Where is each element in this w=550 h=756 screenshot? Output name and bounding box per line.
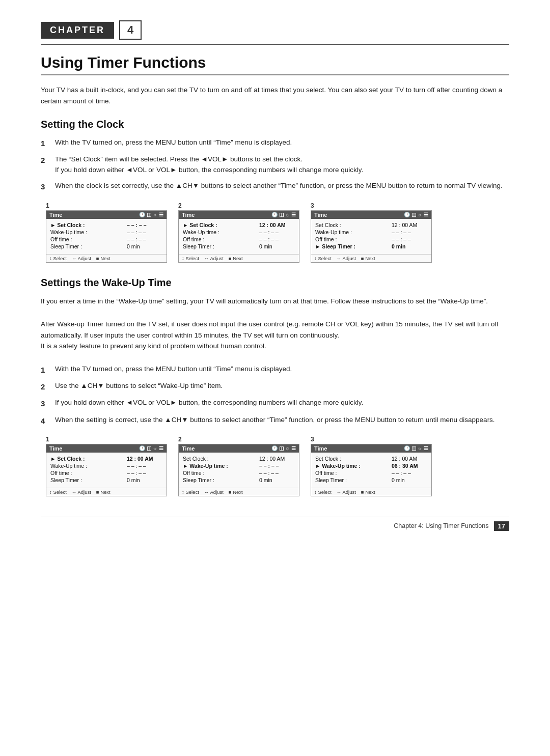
step-number: 1 [41, 364, 52, 376]
step-number: 1 [41, 137, 52, 149]
tv-footer-item: ■ Next [229, 256, 243, 261]
tv-menu-row: ► Wake-Up time :– – : – – [183, 462, 295, 469]
tv-row-value: – – : – – [259, 463, 295, 469]
tv-row-label: Wake-Up time : [315, 229, 359, 235]
tv-row-label: Set Clock : [183, 456, 226, 462]
clock-icon: 🕐 [139, 212, 145, 217]
tv-row-value: – – : – – [392, 470, 427, 476]
tv-row-value: 0 min [392, 243, 427, 249]
section2-screens: 1Time🕐 ◫ ☼ ☰► Set Clock :12 : 00 AMWake-… [46, 436, 509, 496]
page-title: Using Timer Functions [41, 54, 509, 75]
tv-screen: Time🕐 ◫ ☼ ☰Set Clock :12 : 00 AM► Wake-U… [178, 444, 299, 496]
tv-menu-row: Off time :– – : – – [315, 236, 427, 243]
tv-menu-row: ► Set Clock :12 : 00 AM [183, 221, 295, 229]
tv-menu-footer: ↕ Select↔ Adjust■ Next [311, 254, 431, 262]
tv-footer-item: ↕ Select [182, 489, 199, 495]
section2-intro2: After Wake-up Timer turned on the TV set… [41, 319, 509, 352]
section1-screens: 1Time🕐 ◫ ☼ ☰► Set Clock :– – : – –Wake-U… [46, 202, 509, 263]
step-2-3: 3 If you hold down either ◄VOL or VOL► b… [41, 398, 509, 409]
tv-menu-title: Time [314, 212, 327, 218]
antenna-icon: ☼ [285, 212, 290, 217]
tv-footer-item: ↔ Adjust [337, 256, 356, 261]
tv-menu-footer: ↕ Select↔ Adjust■ Next [46, 254, 167, 262]
tv-menu-row: Sleep Timer :0 min [183, 243, 295, 250]
tv-menu-row: Wake-Up time :– – : – – [50, 462, 162, 469]
tv-row-label: Set Clock : [315, 222, 359, 228]
tv-menu-footer: ↕ Select↔ Adjust■ Next [311, 488, 431, 496]
menu-icon: ☰ [424, 445, 428, 451]
tv-menu-row: Off time :– – : – – [50, 469, 162, 477]
tv-menu-footer: ↕ Select↔ Adjust■ Next [179, 254, 299, 262]
tv-row-label: ► Set Clock : [183, 222, 226, 228]
tv-row-value: – – : – – [127, 236, 162, 242]
chapter-header: CHAPTER 4 [41, 20, 509, 40]
tv-screen-wrap: 1Time🕐 ◫ ☼ ☰► Set Clock :– – : – –Wake-U… [46, 202, 167, 263]
step-number: 2 [41, 381, 52, 393]
tv-menu-body: ► Set Clock :– – : – –Wake-Up time :– – … [46, 219, 167, 252]
tv-row-value: – – : – – [127, 222, 162, 228]
tv-menu-title: Time [49, 212, 62, 218]
page-footer: Chapter 4: Using Timer Functions 17 [41, 517, 509, 531]
tv-footer-item: ■ Next [361, 489, 375, 495]
tv-menu-body: Set Clock :12 : 00 AM► Wake-Up time :06 … [311, 453, 431, 486]
chapter-label: CHAPTER [41, 22, 114, 39]
step-number: 2 [41, 154, 52, 166]
tv-row-label: Off time : [183, 470, 226, 476]
tv-screen: Time🕐 ◫ ☼ ☰► Set Clock :– – : – –Wake-Up… [46, 210, 167, 263]
tv-row-value: 12 : 00 AM [259, 456, 295, 462]
menu-icon: ☰ [291, 445, 296, 451]
tv-screen-wrap: 2Time🕐 ◫ ☼ ☰► Set Clock :12 : 00 AMWake-… [178, 202, 299, 263]
tv-footer-item: ■ Next [96, 489, 111, 495]
step-number: 3 [41, 398, 52, 409]
tv-menu-row: Sleep Timer :0 min [50, 477, 162, 484]
tv-row-value: 12 : 00 AM [127, 456, 162, 462]
tv-row-value: 0 min [392, 477, 427, 483]
tv-menu-icons: 🕐 ◫ ☼ ☰ [404, 445, 428, 451]
section-wakeup: Settings the Wake-Up Time If you enter a… [41, 277, 509, 496]
tv-footer-item: ↔ Adjust [72, 256, 91, 261]
tv-menu-footer: ↕ Select↔ Adjust■ Next [46, 488, 167, 496]
tv-row-label: Wake-Up time : [50, 229, 94, 235]
step-1-1: 1 With the TV turned on, press the MENU … [41, 137, 509, 149]
tv-row-value: – – : – – [259, 229, 295, 235]
tv-row-label: Sleep Timer : [315, 477, 359, 483]
tv-row-value: 06 : 30 AM [392, 463, 427, 469]
tv-footer-item: ↕ Select [49, 489, 67, 495]
tv-row-label: Sleep Timer : [183, 243, 226, 249]
step-1-3: 3 When the clock is set correctly, use t… [41, 181, 509, 192]
tv-row-label: Wake-Up time : [50, 463, 94, 469]
tv-screen-wrap: 3Time🕐 ◫ ☼ ☰Set Clock :12 : 00 AM► Wake-… [311, 436, 432, 496]
tv-screen: Time🕐 ◫ ☼ ☰► Set Clock :12 : 00 AMWake-U… [46, 444, 167, 496]
tv-menu-row: ► Set Clock :– – : – – [50, 221, 162, 229]
step-sub: If you hold down either ◄VOL or VOL► but… [55, 165, 509, 176]
tv-row-value: 0 min [127, 477, 162, 483]
tv-screen-wrap: 2Time🕐 ◫ ☼ ☰Set Clock :12 : 00 AM► Wake-… [178, 436, 299, 496]
tv-row-value: – – : – – [392, 236, 427, 242]
tv-row-label: Wake-Up time : [183, 229, 226, 235]
tv-menu-title: Time [49, 445, 62, 452]
tv-menu-icons: 🕐 ◫ ☼ ☰ [271, 445, 296, 451]
grid-icon: ◫ [279, 212, 284, 217]
step-number: 3 [41, 181, 52, 192]
tv-footer-item: ↕ Select [49, 256, 67, 261]
tv-row-value: 0 min [259, 243, 295, 249]
page-number: 17 [494, 521, 509, 531]
tv-menu-icons: 🕐 ◫ ☼ ☰ [404, 212, 428, 217]
tv-row-label: ► Wake-Up time : [183, 463, 228, 469]
step-1-2: 2 The “Set Clock” item will be selected.… [41, 154, 509, 176]
step-text: When the setting is correct, use the ▲CH… [55, 415, 509, 426]
step-text: Use the ▲CH▼ buttons to select “Wake-Up … [55, 381, 509, 391]
tv-menu-body: Set Clock :12 : 00 AM► Wake-Up time :– –… [179, 453, 299, 486]
tv-screen-wrap: 1Time🕐 ◫ ☼ ☰► Set Clock :12 : 00 AMWake-… [46, 436, 167, 496]
step-2-2: 2 Use the ▲CH▼ buttons to select “Wake-U… [41, 381, 509, 393]
tv-menu-body: Set Clock :12 : 00 AMWake-Up time :– – :… [311, 219, 431, 252]
step-text: With the TV turned on, press the MENU bu… [55, 364, 509, 375]
tv-menu-icons: 🕐 ◫ ☼ ☰ [139, 445, 163, 451]
tv-menu-header: Time🕐 ◫ ☼ ☰ [311, 211, 431, 219]
antenna-icon: ☼ [418, 212, 422, 217]
grid-icon: ◫ [147, 445, 151, 451]
tv-menu-row: Set Clock :12 : 00 AM [315, 221, 427, 229]
menu-icon: ☰ [424, 212, 428, 217]
section2-title: Settings the Wake-Up Time [41, 277, 509, 289]
tv-footer-item: ↕ Select [314, 256, 332, 261]
